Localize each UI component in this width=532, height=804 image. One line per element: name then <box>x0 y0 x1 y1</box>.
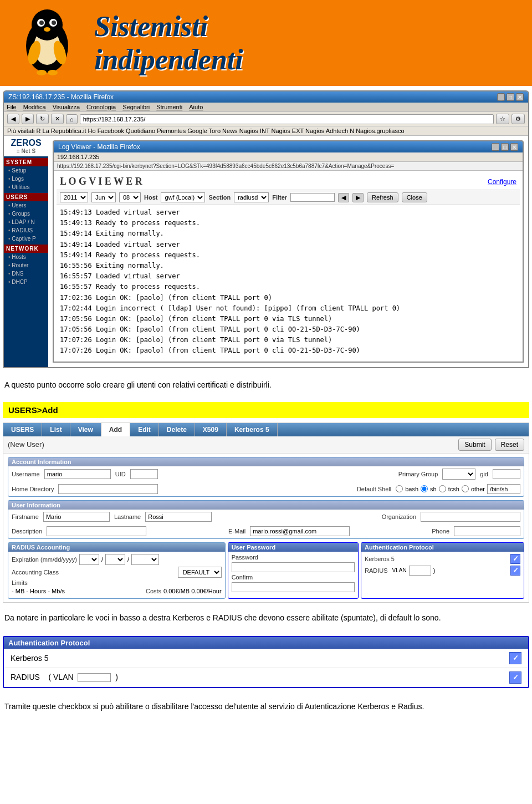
tab-users[interactable]: USERS <box>3 423 42 436</box>
log-viewer-header: L O G V I E W E R Configure <box>57 174 520 190</box>
sidebar-item-utilities[interactable]: Utilities <box>4 183 48 191</box>
year-select[interactable]: 2011 <box>60 192 88 202</box>
accounting-class-select[interactable]: DEFAULT <box>178 567 222 578</box>
user-row-1: Firstname Lastname Organization <box>8 510 524 524</box>
back-button[interactable]: ◀ <box>7 114 19 124</box>
minimize-button[interactable]: _ <box>497 93 505 101</box>
tab-x509[interactable]: X509 <box>195 423 227 436</box>
shell-bash-radio[interactable] <box>396 485 403 492</box>
menu-aiuto[interactable]: Aiuto <box>189 104 203 110</box>
tab-delete[interactable]: Delete <box>159 423 195 436</box>
sidebar-item-dhcp[interactable]: DHCP <box>4 278 48 286</box>
section-select[interactable]: radiusd <box>234 192 269 202</box>
costs-value: 0.00€/MB 0.00€/Hour <box>163 588 222 594</box>
reload-button[interactable]: ↻ <box>36 114 49 124</box>
exp-day-select[interactable] <box>105 554 125 565</box>
radius-large-label: RADIUS ( VLAN ) <box>11 673 118 682</box>
close-button[interactable]: ✕ <box>516 93 524 101</box>
tux-logo-icon <box>11 7 83 79</box>
log-viewer-controls[interactable]: _ □ ✕ <box>492 143 518 151</box>
sidebar-item-ldap[interactable]: LDAP / N <box>4 218 48 226</box>
home-button[interactable]: ⌂ <box>66 114 78 124</box>
lv-maximize-button[interactable]: □ <box>501 143 509 151</box>
lastname-input[interactable] <box>145 512 212 522</box>
menu-strumenti[interactable]: Strumenti <box>156 104 182 110</box>
sidebar-item-groups[interactable]: Groups <box>4 210 48 218</box>
radius-accounting-section: RADIUS Accounting Expiration (mm/dd/yyyy… <box>8 542 226 599</box>
sidebar-item-captive[interactable]: Captive P <box>4 235 48 243</box>
filter-input[interactable] <box>290 193 335 202</box>
phone-input[interactable] <box>454 526 520 536</box>
password-input[interactable] <box>232 562 355 572</box>
lv-close-button[interactable]: ✕ <box>510 143 518 151</box>
radius-inline-checkbox[interactable]: ✓ <box>510 566 520 576</box>
vlan-inline-input[interactable] <box>409 566 431 576</box>
tab-edit[interactable]: Edit <box>130 423 159 436</box>
description-input[interactable] <box>47 526 146 536</box>
host-select[interactable]: gwf (Local) <box>161 192 205 202</box>
exp-year-select[interactable] <box>131 554 159 565</box>
forward-button[interactable]: ▶ <box>22 114 34 124</box>
limits-label: Limits <box>12 579 28 586</box>
menu-segnalibri[interactable]: Segnalibri <box>122 104 150 110</box>
exp-month-select[interactable] <box>79 554 99 565</box>
sidebar-item-router[interactable]: Router <box>4 261 48 269</box>
next-button[interactable]: ▶ <box>352 193 364 202</box>
kerberos5-inline-checkbox[interactable]: ✓ <box>510 554 520 564</box>
limits-values-row: - MB - Hours - Mb/s Costs 0.00€/MB 0.00€… <box>12 588 222 594</box>
bottom-three-cols: RADIUS Accounting Expiration (mm/dd/yyyy… <box>8 542 524 599</box>
log-entry-0: 15:49:13 Loaded virtual server <box>60 207 516 218</box>
sidebar-item-users[interactable]: Users <box>4 201 48 210</box>
sidebar-item-setup[interactable]: Setup <box>4 166 48 175</box>
tab-add[interactable]: Add <box>101 423 130 436</box>
sidebar-item-dns[interactable]: DNS <box>4 269 48 278</box>
auth-protocol-large-section: Authentication Protocol Kerberos 5 ✓ RAD… <box>3 636 529 688</box>
auth-protocol-inline-title: Authentication Protocol <box>361 543 524 552</box>
month-select[interactable]: Jun <box>91 192 116 202</box>
reset-button[interactable]: Reset <box>495 439 524 451</box>
vlan-large-input[interactable] <box>78 673 111 682</box>
firstname-input[interactable] <box>43 512 110 522</box>
tab-view[interactable]: View <box>70 423 101 436</box>
menu-cronologia[interactable]: Cronologia <box>86 104 116 110</box>
sidebar-item-logs[interactable]: Logs <box>4 175 48 183</box>
refresh-button[interactable]: Refresh <box>367 192 398 202</box>
sidebar-item-hosts[interactable]: Hosts <box>4 253 48 261</box>
configure-link[interactable]: Configure <box>488 178 516 186</box>
close-log-button[interactable]: Close <box>402 192 427 202</box>
stop-button[interactable]: ✕ <box>51 114 64 124</box>
firefox-controls[interactable]: _ □ ✕ <box>497 93 524 101</box>
lv-minimize-button[interactable]: _ <box>492 143 499 151</box>
kerberos5-large-checkbox[interactable]: ✓ <box>509 652 521 664</box>
shell-other-input[interactable] <box>487 484 520 494</box>
username-input[interactable] <box>44 469 111 479</box>
confirm-input[interactable] <box>232 582 355 592</box>
search-button[interactable]: ⚙ <box>511 114 525 124</box>
firefox-outer-titlebar: ZS:192.168.17.235 - Mozilla Firefox _ □ … <box>4 91 528 103</box>
sidebar-item-radius[interactable]: RADIUS <box>4 226 48 235</box>
address-bar[interactable] <box>80 114 494 124</box>
organization-input[interactable] <box>421 512 520 522</box>
maximize-button[interactable]: □ <box>507 93 514 101</box>
prev-button[interactable]: ◀ <box>338 193 349 202</box>
email-input[interactable] <box>250 526 350 536</box>
menu-file[interactable]: File <box>7 104 17 110</box>
shell-other-radio[interactable] <box>462 485 469 492</box>
shell-sh-radio[interactable] <box>421 485 428 492</box>
tab-list[interactable]: List <box>42 423 70 436</box>
submit-button[interactable]: Submit <box>458 439 491 451</box>
primary-group-select[interactable] <box>442 469 475 480</box>
tab-kerberos5[interactable]: Kerberos 5 <box>227 423 278 436</box>
menu-visualizza[interactable]: Visualizza <box>53 104 80 110</box>
firefox-outer-window: ZS:192.168.17.235 - Mozilla Firefox _ □ … <box>3 90 529 368</box>
day-select[interactable]: 08 <box>119 192 141 202</box>
gid-input[interactable] <box>493 469 520 479</box>
shell-tcsh-radio[interactable] <box>439 485 446 492</box>
home-dir-input[interactable] <box>58 484 158 494</box>
radius-large-checkbox[interactable]: ✓ <box>509 671 521 684</box>
uid-input[interactable] <box>130 469 158 479</box>
vlan-inline-label: VLAN <box>392 567 407 573</box>
menu-modifica[interactable]: Modifica <box>23 104 46 110</box>
radius-large-check-icon: ✓ <box>513 673 519 681</box>
go-button[interactable]: ☆ <box>496 114 509 124</box>
